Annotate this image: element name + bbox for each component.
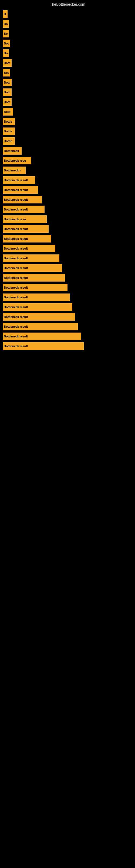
bar-row: Bott — [3, 59, 132, 67]
bar-row: Bottl — [3, 108, 132, 116]
bar-row: Bottleneck result — [3, 245, 132, 252]
bottleneck-bar: Bottleneck result — [3, 333, 81, 340]
bar-row: Bottleneck result — [3, 206, 132, 213]
bar-row: Bottleneck — [3, 147, 132, 155]
bottleneck-bar: Bottleneck result — [3, 176, 35, 184]
bottleneck-bar: Bott — [3, 79, 12, 86]
bar-row: Bottleneck result — [3, 186, 132, 194]
bottleneck-bar: Bottleneck — [3, 147, 21, 155]
bar-row: Bottle — [3, 127, 132, 135]
bar-row: Bottleneck result — [3, 235, 132, 243]
bar-row: Bot — [3, 40, 132, 47]
bottleneck-bar: Bo — [3, 30, 9, 37]
bottleneck-bar: Bottle — [3, 118, 15, 125]
bar-row: Bottleneck result — [3, 196, 132, 204]
bar-row: Bottleneck result — [3, 313, 132, 321]
bar-row: Bott — [3, 79, 132, 86]
bottleneck-bar: Bottleneck result — [3, 245, 55, 252]
bar-row: B — [3, 10, 132, 18]
bar-row: Bo — [3, 20, 132, 28]
bar-row: Bottle — [3, 137, 132, 145]
bar-row: Bottleneck result — [3, 176, 132, 184]
bottleneck-bar: Bottle — [3, 137, 15, 145]
bottleneck-bar: B — [3, 10, 8, 18]
bottleneck-bar: Bottleneck result — [3, 342, 84, 350]
bottleneck-bar: Bottl — [3, 108, 13, 116]
bottleneck-bar: Bottleneck result — [3, 186, 38, 194]
bar-row: Bottleneck result — [3, 254, 132, 262]
bar-row: Bottleneck result — [3, 333, 132, 340]
site-title: TheBottlenecker.com — [0, 0, 135, 8]
bar-row: Bottleneck result — [3, 323, 132, 330]
bottleneck-bar: Bottleneck result — [3, 254, 59, 262]
bar-row: Bo — [3, 30, 132, 37]
bottleneck-bar: Bottleneck result — [3, 225, 49, 233]
bar-row: Bott — [3, 88, 132, 96]
bottleneck-bar: Bottleneck result — [3, 235, 51, 243]
bottleneck-bar: Bottle — [3, 127, 15, 135]
bottleneck-bar: Bot — [3, 40, 10, 47]
bottleneck-bar: Bo — [3, 50, 9, 57]
bottleneck-bar: Bottleneck result — [3, 284, 68, 291]
bottleneck-bar: Bottleneck result — [3, 293, 70, 301]
bottleneck-bar: Bottleneck resu — [3, 215, 47, 223]
bar-row: Bottleneck result — [3, 303, 132, 311]
bottleneck-bar: Bottleneck r — [3, 166, 26, 174]
bar-row: Bottleneck result — [3, 293, 132, 301]
bar-row: Bottleneck resu — [3, 157, 132, 164]
bottleneck-bar: Bottleneck result — [3, 206, 45, 213]
bottleneck-bar: Bott — [3, 88, 12, 96]
bottleneck-bar: Bottleneck result — [3, 303, 72, 311]
bottleneck-bar: Bottleneck resu — [3, 157, 31, 164]
bottleneck-bar: Bottleneck result — [3, 264, 62, 272]
bar-row: Bottle — [3, 118, 132, 125]
bar-row: Bottleneck result — [3, 225, 132, 233]
bars-container: BBoBoBotBoBottBotBottBottBottBottlBottle… — [0, 8, 135, 355]
bar-row: Bot — [3, 69, 132, 76]
bottleneck-bar: Bo — [3, 20, 9, 28]
bar-row: Bottleneck result — [3, 284, 132, 291]
bottleneck-bar: Bottleneck result — [3, 274, 65, 282]
bar-row: Bo — [3, 50, 132, 57]
bottleneck-bar: Bott — [3, 59, 12, 67]
bar-row: Bottleneck result — [3, 264, 132, 272]
bar-row: Bott — [3, 98, 132, 106]
bar-row: Bottleneck result — [3, 342, 132, 350]
bottleneck-bar: Bottleneck result — [3, 323, 78, 330]
bar-row: Bottleneck result — [3, 274, 132, 282]
bar-row: Bottleneck resu — [3, 215, 132, 223]
bottleneck-bar: Bott — [3, 98, 12, 106]
bottleneck-bar: Bottleneck result — [3, 313, 75, 321]
bottleneck-bar: Bottleneck result — [3, 196, 42, 204]
bottleneck-bar: Bot — [3, 69, 10, 76]
bar-row: Bottleneck r — [3, 166, 132, 174]
